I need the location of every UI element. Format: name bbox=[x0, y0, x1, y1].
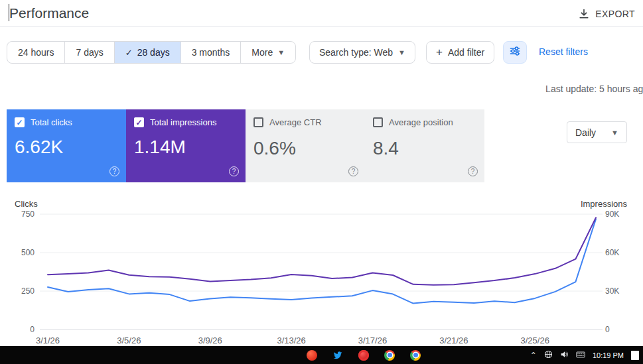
check-icon: ✓ bbox=[125, 48, 133, 58]
chrome-icon[interactable] bbox=[384, 350, 395, 361]
metric-label: Total clicks bbox=[31, 117, 72, 127]
twitter-icon[interactable] bbox=[332, 350, 343, 361]
search-type-label: Search type: Web bbox=[319, 47, 393, 58]
checkbox-unchecked-icon[interactable] bbox=[373, 117, 383, 127]
browser-app-icon[interactable] bbox=[307, 350, 317, 361]
page-title: Performance bbox=[9, 5, 89, 21]
performance-line-chart: 0025030K50060K75090K3/1/263/5/263/9/263/… bbox=[0, 196, 643, 351]
tray-expand-icon[interactable]: ⌃ bbox=[530, 351, 537, 359]
system-tray: ⌃ 10:19 PM bbox=[530, 346, 639, 364]
add-filter-label: Add filter bbox=[448, 47, 484, 58]
export-button[interactable]: EXPORT bbox=[573, 4, 640, 24]
check-glyph: ✓ bbox=[135, 118, 142, 127]
search-type-chip[interactable]: Search type: Web ▼ bbox=[309, 41, 415, 64]
metric-label: Average position bbox=[389, 117, 453, 127]
svg-text:500: 500 bbox=[21, 248, 35, 257]
svg-text:3/1/26: 3/1/26 bbox=[36, 335, 60, 345]
network-icon[interactable] bbox=[544, 350, 553, 360]
opera-browser-icon[interactable] bbox=[358, 350, 369, 361]
checkbox-unchecked-icon[interactable] bbox=[253, 117, 263, 127]
taskbar-app-icons bbox=[307, 346, 421, 364]
export-label: EXPORT bbox=[595, 9, 635, 19]
metric-card-0[interactable]: ✓ Total clicks 6.62K ? bbox=[7, 109, 126, 182]
last-update-text: Last update: 5 hours ago bbox=[545, 84, 643, 94]
tab-3-months[interactable]: 3 months bbox=[181, 42, 242, 63]
granularity-label: Daily bbox=[575, 127, 596, 138]
date-range-tabs: 24 hours 7 days ✓28 days 3 months More▼ bbox=[7, 41, 296, 64]
metric-value: 6.62K bbox=[15, 137, 118, 158]
chrome-profile-icon[interactable] bbox=[410, 350, 421, 361]
metric-cards: ✓ Total clicks 6.62K ? ✓ Total impressio… bbox=[7, 109, 484, 182]
tab-label: 3 months bbox=[192, 47, 230, 58]
checkbox-checked-icon[interactable]: ✓ bbox=[15, 117, 25, 127]
metric-card-3[interactable]: Average position 8.4 ? bbox=[365, 109, 484, 182]
svg-text:250: 250 bbox=[21, 286, 35, 296]
search-console-performance-page: Performance EXPORT 24 hours 7 days ✓28 d… bbox=[0, 0, 643, 364]
keyboard-icon[interactable] bbox=[576, 350, 585, 360]
svg-text:3/21/26: 3/21/26 bbox=[439, 335, 468, 345]
help-icon[interactable]: ? bbox=[229, 166, 239, 176]
tab-7-days[interactable]: 7 days bbox=[65, 42, 114, 63]
svg-text:0: 0 bbox=[605, 325, 610, 334]
metric-card-2[interactable]: Average CTR 0.6% ? bbox=[246, 109, 365, 182]
notification-icon[interactable] bbox=[631, 351, 639, 360]
tune-icon bbox=[509, 45, 521, 60]
help-icon[interactable]: ? bbox=[348, 166, 358, 176]
tab-24-hours[interactable]: 24 hours bbox=[7, 42, 65, 63]
svg-text:3/17/26: 3/17/26 bbox=[358, 335, 387, 345]
metric-value: 8.4 bbox=[373, 138, 476, 159]
header-bar: Performance EXPORT bbox=[0, 0, 643, 27]
svg-text:60K: 60K bbox=[605, 248, 619, 257]
svg-text:90K: 90K bbox=[605, 210, 619, 219]
clock[interactable]: 10:19 PM bbox=[593, 351, 624, 359]
metric-label: Total impressions bbox=[150, 117, 216, 127]
tab-label: 28 days bbox=[137, 47, 170, 58]
download-icon bbox=[578, 8, 590, 20]
tab-28-days[interactable]: ✓28 days bbox=[115, 42, 181, 63]
svg-text:30K: 30K bbox=[605, 286, 619, 296]
svg-text:750: 750 bbox=[21, 210, 35, 219]
svg-text:3/25/26: 3/25/26 bbox=[521, 335, 549, 345]
filters-row: 24 hours 7 days ✓28 days 3 months More▼ … bbox=[7, 41, 643, 64]
chevron-down-icon: ▼ bbox=[611, 129, 618, 137]
windows-taskbar: ⌃ 10:19 PM bbox=[0, 346, 643, 364]
svg-text:3/13/26: 3/13/26 bbox=[277, 335, 305, 345]
metric-value: 0.6% bbox=[253, 138, 357, 159]
help-icon[interactable]: ? bbox=[468, 166, 478, 176]
tab-label: More bbox=[251, 47, 273, 58]
metric-label: Average CTR bbox=[269, 117, 322, 127]
plus-icon: + bbox=[436, 46, 443, 59]
metric-value: 1.14M bbox=[134, 137, 238, 158]
tab-more[interactable]: More▼ bbox=[241, 42, 295, 63]
checkbox-checked-icon[interactable]: ✓ bbox=[134, 117, 144, 127]
help-icon[interactable]: ? bbox=[109, 166, 119, 176]
svg-text:3/5/26: 3/5/26 bbox=[117, 335, 141, 345]
reset-filters-link[interactable]: Reset filters bbox=[539, 46, 588, 57]
chevron-down-icon: ▼ bbox=[277, 48, 285, 56]
speaker-icon[interactable] bbox=[560, 350, 569, 360]
tab-label: 24 hours bbox=[18, 47, 54, 58]
svg-text:3/9/26: 3/9/26 bbox=[198, 335, 222, 345]
svg-text:0: 0 bbox=[30, 325, 35, 334]
metric-card-1[interactable]: ✓ Total impressions 1.14M ? bbox=[126, 109, 246, 182]
tab-label: 7 days bbox=[76, 47, 103, 58]
granularity-dropdown[interactable]: Daily ▼ bbox=[567, 121, 627, 143]
add-filter-chip[interactable]: + Add filter bbox=[426, 41, 494, 64]
chevron-down-icon: ▼ bbox=[398, 48, 405, 56]
filter-settings-button[interactable] bbox=[503, 41, 527, 64]
check-glyph: ✓ bbox=[16, 118, 23, 127]
